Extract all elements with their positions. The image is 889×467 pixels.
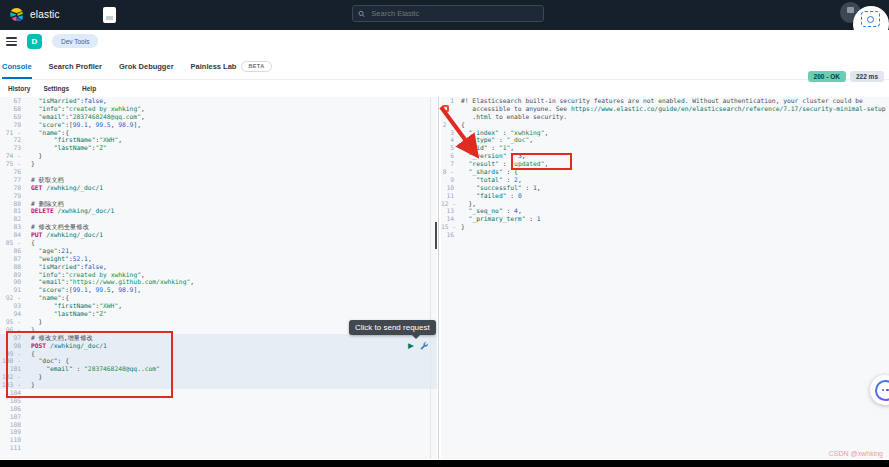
line-number: 14 xyxy=(441,215,457,223)
breadcrumb-bar: D Dev Tools xyxy=(0,30,889,54)
line-number: 86 xyxy=(0,247,25,255)
brand-name: elastic xyxy=(30,9,60,20)
request-actions: ▶ xyxy=(408,341,428,350)
line-number: 87 xyxy=(0,255,25,263)
editor-line: 105 xyxy=(0,397,437,405)
editor-line: 109 xyxy=(0,428,437,436)
line-number: 88 xyxy=(0,263,25,271)
line-number: 10 xyxy=(441,184,457,192)
response-line: 2 -{ xyxy=(441,121,889,129)
tab-console[interactable]: Console xyxy=(2,53,32,79)
breadcrumb[interactable]: Dev Tools xyxy=(52,34,98,48)
response-line: 15 -} xyxy=(441,223,889,231)
editor-line: 82 xyxy=(0,215,437,223)
response-line: 4 "_type" : "_doc", xyxy=(441,136,889,144)
search-icon xyxy=(358,10,365,18)
elastic-logo[interactable]: elastic xyxy=(9,7,60,22)
annotation-box-updated xyxy=(511,153,572,170)
response-line: 16 xyxy=(441,231,889,239)
deployment-icon[interactable] xyxy=(103,7,116,23)
status-code-badge: 200 - OK xyxy=(808,71,846,82)
line-number: 93 xyxy=(0,302,25,310)
history-button[interactable]: History xyxy=(8,85,30,92)
response-line: 10 "successful" : 1, xyxy=(441,184,889,192)
response-line: 12 - }, xyxy=(441,200,889,208)
editor-line: 85 -{ xyxy=(0,239,437,247)
response-line: accessible to anyone. See https://www.el… xyxy=(441,105,889,113)
editor-line: 78GET /xwhking/_doc/1 xyxy=(0,184,437,192)
editor-line: 81DELETE /xwhking/_doc/1 xyxy=(0,207,437,215)
watermark: CSDN @xwhking xyxy=(829,450,883,457)
editor-line: 93 "firstName":"XWH", xyxy=(0,302,437,310)
editor-line: 74 - } xyxy=(0,152,437,160)
line-number: 94 xyxy=(0,310,25,318)
line-number: 109 xyxy=(0,428,25,436)
space-badge[interactable]: D xyxy=(27,34,42,49)
response-line: 14 "_primary_term" : 1 xyxy=(441,215,889,223)
response-line: 7 "result" : "updated", xyxy=(441,160,889,168)
send-request-button[interactable]: ▶ xyxy=(408,341,414,350)
line-number: 4 xyxy=(441,136,457,144)
line-number: 12 - xyxy=(441,200,457,208)
print-margin-ruler xyxy=(430,97,431,459)
beta-badge: BETA xyxy=(241,61,271,72)
editor-line: 73 "lastName":"Z" xyxy=(0,144,437,152)
editor-line: 94 "lastName":"Z" xyxy=(0,310,437,318)
editor-line: 89 "info":"created by xwhking", xyxy=(0,271,437,279)
line-number: 82 xyxy=(0,215,25,223)
wrench-icon[interactable] xyxy=(419,341,428,350)
robot-face-icon xyxy=(875,380,889,401)
console-response-viewer[interactable]: 1#! Elasticsearch built-in security feat… xyxy=(441,97,889,459)
tab-search-profiler[interactable]: Search Profiler xyxy=(49,53,102,79)
line-number: 110 xyxy=(0,436,25,444)
line-number: 78 xyxy=(0,184,25,192)
console-request-editor[interactable]: 67 "isMarried":false,68 "info":"created … xyxy=(0,97,437,459)
line-number: 2 - xyxy=(441,121,457,129)
tab-painless-lab[interactable]: Painless Lab BETA xyxy=(191,53,272,79)
editor-line: 69 "email":"2837468248@qq.com", xyxy=(0,113,437,121)
editor-line: 92 - "name":{ xyxy=(0,294,437,302)
line-number: 13 xyxy=(441,207,457,215)
console-toolbar: History Settings Help xyxy=(0,79,889,97)
editor-line: 76 xyxy=(0,168,437,176)
editor-line: 68 "info":"created by xwhking", xyxy=(0,105,437,113)
pane-divider[interactable] xyxy=(438,97,439,459)
editor-line: 107 xyxy=(0,413,437,421)
editor-line: 79 xyxy=(0,192,437,200)
kibana-dev-tools-window: elastic D Dev Tools Console Search Profi… xyxy=(0,0,889,467)
line-number: 108 xyxy=(0,421,25,429)
editor-line: 90 "email":"https://www.github.com/xwhki… xyxy=(0,278,437,286)
editor-line: 86 "age":21, xyxy=(0,247,437,255)
response-line: 6 "_version" : 3, xyxy=(441,152,889,160)
global-search-bar[interactable] xyxy=(352,5,544,22)
line-number xyxy=(441,113,457,121)
search-input[interactable] xyxy=(369,8,538,19)
editor-line: 70 "score":[99.1, 99.5, 98.9], xyxy=(0,121,437,129)
line-number: 111 xyxy=(0,444,25,452)
editor-line: 91 "score":[99.1, 99.5, 98.9], xyxy=(0,286,437,294)
tab-grok-debugger[interactable]: Grok Debugger xyxy=(119,53,174,79)
line-number: 16 xyxy=(441,231,457,239)
editor-line: 88 "isMarried":false, xyxy=(0,263,437,271)
line-number: 89 xyxy=(0,271,25,279)
editor-line: 111 xyxy=(0,444,437,452)
editor-line: 87 "weight":52.1, xyxy=(0,255,437,263)
line-number: 92 - xyxy=(0,294,25,302)
line-number: 3 xyxy=(441,129,457,137)
line-number: 76 xyxy=(0,168,25,176)
line-number: 81 xyxy=(0,207,25,215)
send-request-tooltip: Click to send request xyxy=(349,320,436,335)
line-number: 77 xyxy=(0,176,25,184)
response-line: 13 "_seq_no" : 4, xyxy=(441,207,889,215)
editor-line: 110 xyxy=(0,436,437,444)
line-number: 85 - xyxy=(0,239,25,247)
settings-button[interactable]: Settings xyxy=(43,85,69,92)
line-number: 5 xyxy=(441,144,457,152)
line-number: 1 xyxy=(441,97,457,105)
menu-icon[interactable] xyxy=(6,37,17,46)
response-line: 8 - "_shards" : { xyxy=(441,168,889,176)
help-button[interactable]: Help xyxy=(82,85,96,92)
line-number: 11 xyxy=(441,192,457,200)
line-number: 71 - xyxy=(0,129,25,137)
editor-scrollbar[interactable] xyxy=(435,222,437,249)
